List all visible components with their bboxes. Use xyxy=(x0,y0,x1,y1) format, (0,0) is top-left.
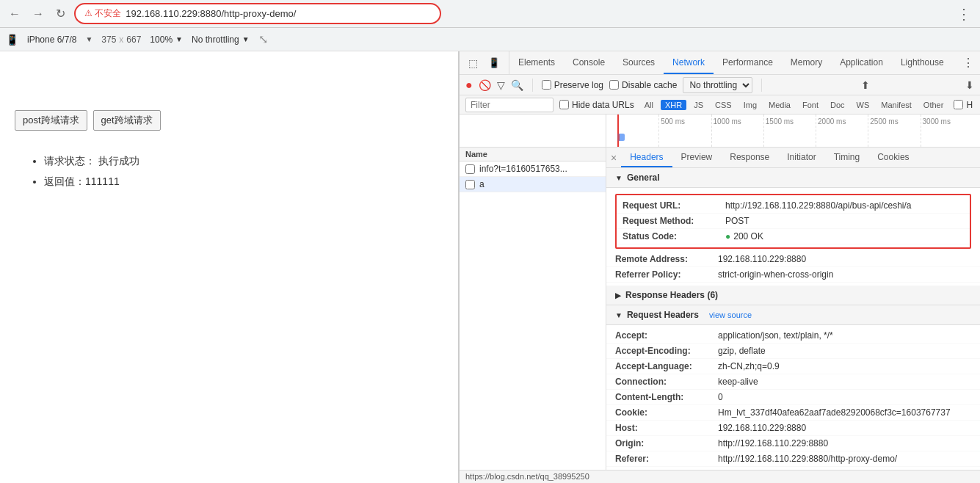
filter-doc[interactable]: Doc xyxy=(826,100,849,110)
tab-memory[interactable]: Memory xyxy=(782,51,831,74)
devtools-icons: ⬚ 📱 xyxy=(460,51,509,74)
preserve-log-label[interactable]: Preserve log xyxy=(542,80,603,90)
page-buttons: post跨域请求 get跨域请求 xyxy=(15,110,443,131)
req-name-2: a xyxy=(479,179,484,189)
hide-data-extra-checkbox[interactable] xyxy=(954,100,963,109)
filter-js[interactable]: JS xyxy=(689,100,708,110)
stop-button[interactable]: 🚫 xyxy=(479,79,491,91)
hide-data-extra[interactable]: H xyxy=(954,100,973,110)
tab-network[interactable]: Network xyxy=(664,51,714,74)
hide-data-urls-checkbox[interactable] xyxy=(559,100,569,109)
req-checkbox-1[interactable] xyxy=(465,164,475,174)
throttle-select[interactable]: No throttling xyxy=(683,77,752,93)
req-headers-arrow: ▼ xyxy=(615,311,623,319)
device-icon: 📱 xyxy=(6,34,18,46)
filter-icon[interactable]: ▽ xyxy=(497,79,505,91)
header-accept-encoding-row: Accept-Encoding: gzip, deflate xyxy=(606,344,980,359)
detail-tab-response[interactable]: Response xyxy=(721,148,778,167)
request-headers-section: ▼ Request Headers view source Accept: ap… xyxy=(606,305,980,470)
forward-button[interactable]: → xyxy=(29,4,47,23)
request-headers-header[interactable]: ▼ Request Headers view source xyxy=(606,305,980,325)
tick-1500: 1500 ms xyxy=(763,115,794,147)
disable-cache-checkbox[interactable] xyxy=(609,80,619,90)
header-origin-val: http://192.168.110.229:8880 xyxy=(718,438,828,448)
hide-data-urls-label[interactable]: Hide data URLs xyxy=(559,100,634,110)
header-referer-val: http://192.168.110.229:8880/http-proxy-d… xyxy=(718,454,897,464)
url-bar[interactable]: ⚠ 不安全 192.168.110.229:8880/http-proxy-de… xyxy=(74,3,441,24)
request-method-key: Request Method: xyxy=(623,216,725,226)
header-host-row: Host: 192.168.110.229:8880 xyxy=(606,421,980,436)
mobile-icon[interactable]: 📱 xyxy=(485,56,503,70)
filter-manifest[interactable]: Manifest xyxy=(876,100,916,110)
name-column-header: Name xyxy=(465,150,487,159)
filter-input[interactable] xyxy=(465,98,553,112)
filter-img[interactable]: Img xyxy=(739,100,761,110)
filter-all[interactable]: All xyxy=(640,100,658,110)
devtools-topbar: ⬚ 📱 Elements Console Sources Network Per… xyxy=(460,51,980,75)
tab-elements[interactable]: Elements xyxy=(509,51,564,74)
preserve-log-checkbox[interactable] xyxy=(542,80,551,90)
back-button[interactable]: ← xyxy=(6,4,23,23)
req-checkbox-2[interactable] xyxy=(465,180,475,189)
header-accept-val: application/json, text/plain, */* xyxy=(718,330,833,341)
status-code-key: Status Code: xyxy=(623,231,725,242)
chevron-down-icon[interactable]: ▼ xyxy=(85,35,92,43)
request-method-val: POST xyxy=(725,216,749,226)
response-headers-section: ▶ Response Headers (6) xyxy=(606,286,980,305)
filter-media[interactable]: Media xyxy=(764,100,795,110)
filter-font[interactable]: Font xyxy=(798,100,823,110)
filter-types: All XHR JS CSS Img Media Font Doc WS Man… xyxy=(640,100,948,110)
throttle-selector[interactable]: No throttling ▼ xyxy=(192,34,250,45)
device-selector[interactable]: iPhone 6/7/8 xyxy=(27,34,76,45)
request-url-key: Request URL: xyxy=(623,200,725,211)
network-toolbar: ● 🚫 ▽ 🔍 Preserve log Disable cache No th… xyxy=(460,75,980,95)
header-accept-key: Accept: xyxy=(615,330,718,341)
responsive-icon[interactable]: ⤡ xyxy=(258,32,268,46)
tab-performance[interactable]: Performance xyxy=(714,51,782,74)
tab-lighthouse[interactable]: Lighthouse xyxy=(892,51,953,74)
header-cookie-val: Hm_lvt_337df40afea62aaf7ade82920068cf3c=… xyxy=(718,407,951,418)
cursor-icon[interactable]: ⬚ xyxy=(465,56,481,70)
tab-sources[interactable]: Sources xyxy=(614,51,664,74)
request-list-header: Name xyxy=(460,148,606,161)
table-row[interactable]: info?t=16160517653... xyxy=(460,161,606,177)
response-headers-header[interactable]: ▶ Response Headers (6) xyxy=(606,286,980,305)
detail-tab-preview[interactable]: Preview xyxy=(672,148,722,167)
zoom-selector[interactable]: 100% ▼ xyxy=(150,34,183,45)
filter-xhr[interactable]: XHR xyxy=(661,100,686,110)
result-item-status: 请求状态： 执行成功 xyxy=(44,153,429,169)
detail-tab-headers[interactable]: Headers xyxy=(621,148,672,167)
tick-3000: 3000 ms xyxy=(921,115,951,147)
tab-application[interactable]: Application xyxy=(831,51,892,74)
toolbar-sep-2 xyxy=(761,79,762,92)
header-connection-row: Connection: keep-alive xyxy=(606,374,980,390)
record-button[interactable]: ● xyxy=(465,79,473,92)
export-button[interactable]: ⬇ xyxy=(965,79,974,91)
viewport-bar: 📱 iPhone 6/7/8 ▼ 375 x 667 100% ▼ No thr… xyxy=(0,28,980,51)
header-accept-language-row: Accept-Language: zh-CN,zh;q=0.9 xyxy=(606,359,980,374)
general-section-header[interactable]: ▼ General xyxy=(606,168,980,188)
get-button[interactable]: get跨域请求 xyxy=(93,110,161,131)
filter-css[interactable]: CSS xyxy=(711,100,736,110)
more-tabs-button[interactable]: ⋮ xyxy=(957,51,980,74)
menu-button[interactable]: ⋮ xyxy=(954,2,974,26)
detail-tab-initiator[interactable]: Initiator xyxy=(778,148,824,167)
timeline-marker xyxy=(617,115,619,147)
post-button[interactable]: post跨域请求 xyxy=(15,110,87,131)
detail-tabs: × Headers Preview Response Initiator Tim… xyxy=(606,148,980,168)
import-button[interactable]: ⬆ xyxy=(861,79,870,91)
header-accept-encoding-key: Accept-Encoding: xyxy=(615,346,718,356)
filter-ws[interactable]: WS xyxy=(852,100,874,110)
refresh-button[interactable]: ↻ xyxy=(53,4,68,23)
detail-close-button[interactable]: × xyxy=(606,148,621,167)
zoom-chevron: ▼ xyxy=(175,35,183,43)
disable-cache-label[interactable]: Disable cache xyxy=(609,80,677,90)
tab-console[interactable]: Console xyxy=(564,51,614,74)
general-section: ▼ General Request URL: http://192.168.11… xyxy=(606,168,980,286)
detail-tab-timing[interactable]: Timing xyxy=(825,148,869,167)
view-source-link[interactable]: view source xyxy=(709,310,752,319)
filter-other[interactable]: Other xyxy=(919,100,948,110)
search-icon[interactable]: 🔍 xyxy=(511,79,523,91)
table-row[interactable]: a xyxy=(460,177,606,192)
detail-tab-cookies[interactable]: Cookies xyxy=(868,148,918,167)
